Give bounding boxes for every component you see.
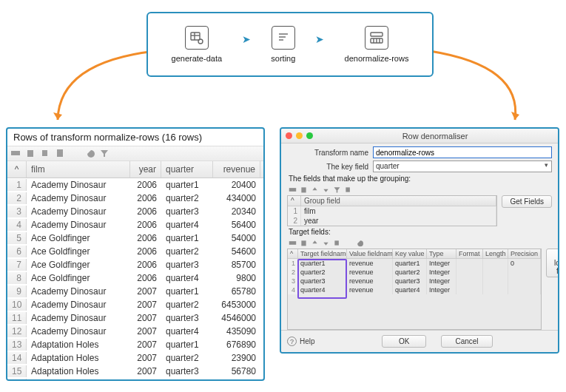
get-lookup-fields-button[interactable]: Get lookup fields	[546, 249, 559, 277]
cut-icon[interactable]	[355, 186, 363, 194]
transform-name-label: Transform name	[287, 149, 368, 157]
dialog-footer: ? Help OK Cancel	[281, 330, 558, 352]
rows-body: 1Academy Dinosaur2006quarter1204002Acade…	[7, 178, 263, 379]
ok-button[interactable]: OK	[382, 335, 426, 348]
target-fields-label: Target fields:	[289, 228, 552, 236]
table-row[interactable]: 6Ace Goldfinger2006quarter254600	[7, 245, 263, 258]
group-row[interactable]: 1film	[288, 206, 496, 216]
undo-icon[interactable]	[84, 148, 95, 158]
rows-toolbar	[7, 146, 263, 161]
row-denormaliser-dialog: Row denormaliser Transform name The key …	[280, 127, 559, 354]
flow-node-label: generate-data	[172, 54, 223, 63]
filter-icon[interactable]	[333, 186, 341, 194]
delete-row-icon[interactable]	[300, 239, 308, 247]
table-row[interactable]: 8Ace Goldfinger2006quarter49800	[7, 271, 263, 285]
group-field-col: Group field	[301, 196, 496, 206]
svg-rect-14	[57, 149, 63, 157]
undo-icon[interactable]	[355, 239, 363, 247]
table-row[interactable]: 12Academy Dinosaur2007quarter4435090	[7, 325, 263, 338]
cut-icon[interactable]	[344, 239, 352, 247]
delete-row-icon[interactable]	[300, 186, 308, 194]
group-idx-col: ^	[288, 196, 301, 206]
insert-row-icon[interactable]	[10, 148, 21, 158]
tgt-len-col: Length	[483, 249, 508, 258]
flow-node-label: sorting	[271, 54, 295, 63]
sort-indicator-icon[interactable]: ^	[7, 161, 27, 178]
paste-icon[interactable]	[55, 148, 65, 158]
group-fields-grid[interactable]: ^ Group field 1film2year	[287, 195, 497, 226]
table-row[interactable]: 5Ace Goldfinger2006quarter154000	[7, 232, 263, 245]
cut-icon[interactable]	[70, 148, 80, 158]
table-row[interactable]: 4Academy Dinosaur2006quarter456400	[7, 218, 263, 232]
grouping-label: The fields that make up the grouping:	[289, 175, 552, 183]
key-field-select[interactable]: quarter	[373, 160, 552, 172]
copy-icon[interactable]	[40, 148, 50, 158]
target-toolbar	[287, 237, 542, 249]
move-down-icon[interactable]	[322, 186, 330, 194]
insert-row-icon[interactable]	[289, 239, 297, 247]
rows-title: Rows of transform normalize-rows (16 row…	[7, 129, 263, 146]
delete-row-icon[interactable]	[25, 148, 36, 158]
window-minimize-icon[interactable]	[296, 132, 303, 139]
arrow-left	[44, 47, 163, 136]
svg-rect-15	[289, 188, 296, 192]
svg-point-3	[198, 39, 203, 44]
target-row[interactable]: 2quarter2revenuequarter2Integer	[288, 268, 541, 277]
table-row[interactable]: 16Adaptation Holes2007quarter413456570	[7, 378, 263, 379]
tgt-prec-col: Precision	[508, 249, 541, 258]
table-row[interactable]: 3Academy Dinosaur2006quarter320340	[7, 205, 263, 218]
pipeline-flow: generate-data ➤ sorting ➤ denormalize-ro…	[146, 12, 434, 77]
get-fields-button[interactable]: Get Fields	[502, 195, 552, 208]
filter-icon[interactable]	[99, 148, 110, 158]
tgt-fmt-col: Format	[456, 249, 483, 258]
flow-node-generate-data[interactable]: generate-data	[172, 26, 223, 63]
table-row[interactable]: 13Adaptation Holes2007quarter1676890	[7, 338, 263, 351]
sort-lines-icon	[272, 26, 295, 50]
group-row[interactable]: 2year	[288, 216, 496, 226]
table-row[interactable]: 10Academy Dinosaur2007quarter26453000	[7, 298, 263, 311]
copy-icon[interactable]	[344, 186, 352, 194]
window-zoom-icon[interactable]	[306, 132, 313, 139]
table-row[interactable]: 11Academy Dinosaur2007quarter34546000	[7, 311, 263, 325]
table-row[interactable]: 15Adaptation Holes2007quarter356780	[7, 365, 263, 378]
flow-arrow-icon: ➤	[242, 33, 251, 45]
help-label: Help	[300, 337, 315, 345]
rows-preview-panel: Rows of transform normalize-rows (16 row…	[6, 127, 265, 381]
table-row[interactable]: 7Ace Goldfinger2006quarter385700	[7, 258, 263, 271]
move-down-icon[interactable]	[322, 239, 330, 247]
col-year[interactable]: year	[130, 161, 161, 178]
table-row[interactable]: 2Academy Dinosaur2006quarter2434000	[7, 192, 263, 205]
flow-node-label: denormalize-rows	[345, 54, 409, 63]
move-up-icon[interactable]	[311, 239, 319, 247]
flow-node-sorting[interactable]: sorting	[271, 26, 295, 63]
svg-rect-16	[346, 187, 350, 192]
svg-rect-0	[191, 33, 200, 40]
flow-node-denormalize[interactable]: denormalize-rows	[345, 26, 409, 63]
help-link[interactable]: ? Help	[287, 337, 315, 346]
tgt-tf-col: Target fieldname	[298, 249, 347, 258]
cancel-button[interactable]: Cancel	[441, 335, 492, 348]
col-film[interactable]: film	[27, 161, 130, 178]
col-quarter[interactable]: quarter	[161, 161, 213, 178]
arrow-right	[426, 47, 537, 136]
target-fields-grid[interactable]: ^ Target fieldname Value fieldname Key v…	[287, 249, 542, 330]
move-up-icon[interactable]	[311, 186, 319, 194]
denorm-icon	[365, 26, 388, 50]
svg-rect-17	[289, 241, 296, 245]
table-row[interactable]: 14Adaptation Holes2007quarter223900	[7, 351, 263, 365]
copy-icon[interactable]	[333, 239, 341, 247]
tgt-idx-col: ^	[288, 249, 298, 258]
target-row[interactable]: 3quarter3revenuequarter3Integer	[288, 277, 541, 285]
table-row[interactable]: 1Academy Dinosaur2006quarter120400	[7, 178, 263, 192]
dialog-title: Row denormaliser	[317, 132, 553, 141]
rows-header: ^ film year quarter revenue	[7, 161, 263, 178]
window-close-icon[interactable]	[286, 132, 292, 139]
table-row[interactable]: 9Academy Dinosaur2007quarter165780	[7, 285, 263, 298]
col-revenue[interactable]: revenue	[213, 161, 260, 178]
target-row[interactable]: 1quarter1revenuequarter1Integer0	[288, 259, 541, 268]
dialog-titlebar: Row denormaliser	[281, 129, 558, 143]
target-row[interactable]: 4quarter4revenuequarter4Integer	[288, 285, 541, 294]
svg-rect-18	[334, 240, 339, 245]
insert-row-icon[interactable]	[289, 186, 297, 194]
transform-name-input[interactable]	[373, 146, 552, 158]
